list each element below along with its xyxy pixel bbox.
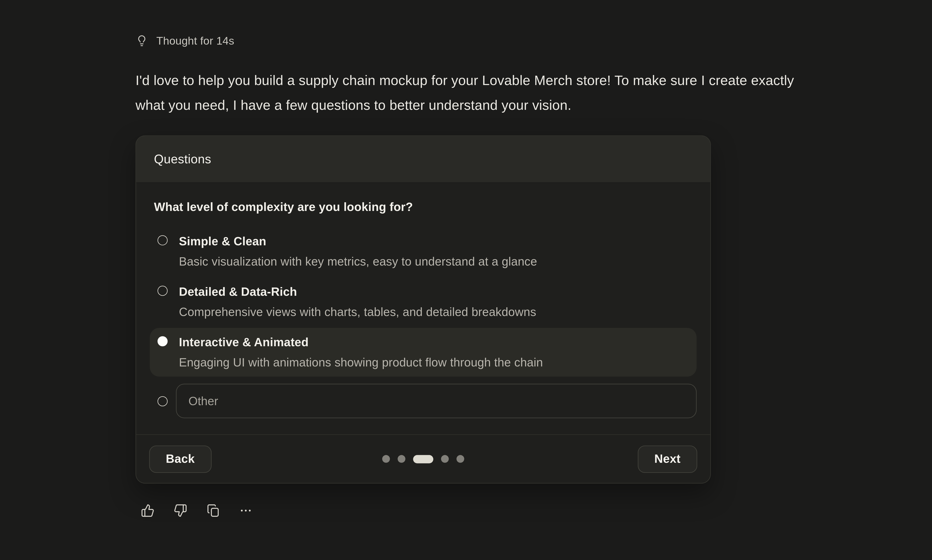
option-description: Basic visualization with key metrics, ea… bbox=[179, 251, 537, 271]
assistant-paragraph: I'd love to help you build a supply chai… bbox=[136, 68, 825, 117]
thumbs-down-icon bbox=[174, 504, 187, 517]
questions-card: Questions What level of complexity are y… bbox=[136, 135, 711, 484]
option-simple-clean[interactable]: Simple & Clean Basic visualization with … bbox=[150, 227, 696, 275]
progress-dot bbox=[441, 455, 449, 463]
copy-icon bbox=[206, 504, 220, 517]
lightbulb-icon bbox=[136, 33, 148, 49]
option-label: Simple & Clean bbox=[179, 231, 537, 251]
message-actions bbox=[141, 504, 837, 517]
progress-dots bbox=[382, 455, 464, 463]
option-description: Engaging UI with animations showing prod… bbox=[179, 352, 543, 372]
other-input[interactable] bbox=[176, 384, 697, 418]
option-interactive-animated[interactable]: Interactive & Animated Engaging UI with … bbox=[150, 328, 696, 377]
options-list: Simple & Clean Basic visualization with … bbox=[154, 227, 692, 418]
questions-card-footer: Back Next bbox=[136, 434, 710, 483]
thought-summary[interactable]: Thought for 14s bbox=[136, 31, 837, 51]
radio-unchecked-icon[interactable] bbox=[157, 286, 168, 296]
assistant-message: Thought for 14s I'd love to help you bui… bbox=[136, 31, 837, 517]
radio-unchecked-icon[interactable] bbox=[157, 235, 168, 245]
more-options-icon bbox=[239, 504, 253, 517]
progress-dot bbox=[456, 455, 464, 463]
next-button[interactable]: Next bbox=[638, 445, 697, 472]
option-detailed-data-rich[interactable]: Detailed & Data-Rich Comprehensive views… bbox=[150, 277, 696, 326]
thumbs-up-icon bbox=[141, 504, 154, 517]
chat-message-area: Thought for 14s I'd love to help you bui… bbox=[0, 0, 932, 560]
back-button[interactable]: Back bbox=[149, 445, 211, 472]
radio-unchecked-icon[interactable] bbox=[157, 396, 168, 406]
questions-card-header: Questions bbox=[136, 136, 710, 183]
more-options-button[interactable] bbox=[239, 504, 253, 517]
card-title: Questions bbox=[154, 152, 211, 166]
thumbs-up-button[interactable] bbox=[141, 504, 154, 517]
option-label: Detailed & Data-Rich bbox=[179, 282, 536, 302]
radio-checked-icon[interactable] bbox=[157, 336, 168, 346]
copy-button[interactable] bbox=[206, 504, 220, 517]
progress-dot bbox=[397, 455, 405, 463]
option-label: Interactive & Animated bbox=[179, 332, 543, 352]
option-description: Comprehensive views with charts, tables,… bbox=[179, 302, 536, 322]
thought-duration-label: Thought for 14s bbox=[156, 34, 234, 48]
progress-dot-active bbox=[413, 455, 433, 463]
question-text: What level of complexity are you looking… bbox=[154, 200, 692, 214]
option-other bbox=[150, 384, 696, 418]
thumbs-down-button[interactable] bbox=[174, 504, 187, 517]
questions-card-body: What level of complexity are you looking… bbox=[136, 183, 710, 434]
progress-dot bbox=[382, 455, 390, 463]
